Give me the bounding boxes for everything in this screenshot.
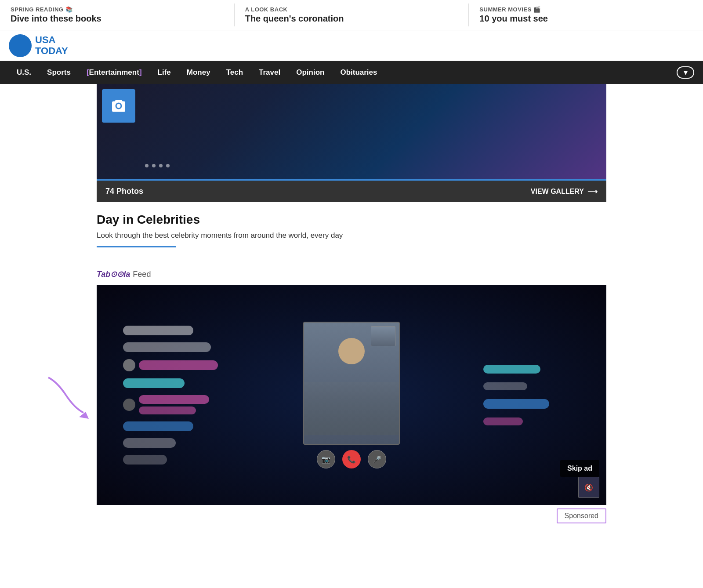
nav-more-button[interactable]: ▾: [677, 66, 694, 79]
bubble: [123, 455, 167, 465]
svg-marker-0: [79, 412, 89, 419]
video-call-main: [303, 322, 400, 445]
bubble: [123, 421, 193, 431]
gallery-image: [97, 84, 606, 181]
taboola-section: Tab⊙⊙la Feed: [97, 256, 606, 531]
nav-item-entertainment[interactable]: [ Entertainment ]: [79, 61, 150, 84]
nav-item-obituaries[interactable]: Obituaries: [332, 61, 385, 84]
mute-icon: 🔇: [584, 483, 593, 492]
article-underline: [97, 246, 176, 247]
promo-bar: SPRING READING 📚 Dive into these books A…: [0, 0, 703, 30]
navigation: U.S. Sports [ Entertainment ] Life Money…: [0, 61, 703, 84]
mute-button[interactable]: 🔇: [578, 477, 599, 498]
call-controls: 📷 📞 🎤: [303, 450, 400, 468]
promo-label-queen: A LOOK BACK: [245, 6, 458, 13]
article-section: Day in Celebrities Look through the best…: [97, 202, 606, 256]
end-call-button[interactable]: 📞: [342, 450, 361, 468]
logo[interactable]: USA TODAY: [9, 34, 68, 57]
camera-icon: [111, 98, 127, 114]
promo-title-movies: 10 you must see: [479, 14, 692, 24]
bubble: [139, 395, 209, 404]
view-gallery-button[interactable]: VIEW GALLERY ⟶: [531, 187, 598, 196]
gallery-dot: [166, 164, 170, 167]
nav-item-sports[interactable]: Sports: [39, 61, 79, 84]
nav-item-money[interactable]: Money: [179, 61, 218, 84]
bubble: [483, 399, 549, 409]
logo-text: USA TODAY: [35, 35, 68, 56]
skip-ad-button[interactable]: Skip ad: [560, 460, 599, 477]
nav-item-us[interactable]: U.S.: [9, 61, 39, 84]
video-ad-wrapper: 📷 📞 🎤 Skip ad 🔇: [97, 285, 606, 527]
video-call-frame: 📷 📞 🎤: [303, 322, 400, 468]
mute-control-button[interactable]: 🎤: [368, 450, 386, 468]
arrow-annotation: [40, 373, 97, 423]
promo-title-spring: Dive into these books: [11, 14, 224, 24]
bubble: [123, 342, 211, 352]
nav-item-tech[interactable]: Tech: [218, 61, 251, 84]
logo-circle: [9, 34, 32, 57]
nav-item-travel[interactable]: Travel: [251, 61, 288, 84]
bubble: [139, 407, 196, 414]
bubble: [123, 378, 185, 388]
chat-bubbles-left: [123, 285, 237, 505]
site-header: USA TODAY: [0, 30, 703, 61]
taboola-feed-label: Feed: [133, 270, 151, 279]
nav-item-opinion[interactable]: Opinion: [288, 61, 332, 84]
promo-label-movies: SUMMER MOVIES 🎬: [479, 6, 692, 13]
article-description: Look through the best celebrity moments …: [97, 231, 606, 240]
person-head: [338, 338, 365, 364]
gallery-blue-line: [97, 179, 606, 181]
sponsored-badge: Sponsored: [557, 508, 606, 523]
bubble: [483, 417, 523, 425]
photo-count: 74 Photos: [105, 187, 143, 196]
bubble: [123, 326, 193, 335]
bubble: [483, 365, 540, 374]
nav-item-life[interactable]: Life: [150, 61, 179, 84]
promo-item-movies[interactable]: SUMMER MOVIES 🎬 10 you must see: [469, 4, 703, 26]
gallery-dot: [159, 164, 163, 167]
gallery-camera-overlay: [102, 89, 135, 123]
annotation-arrow-svg: [40, 373, 97, 421]
article-title: Day in Celebrities: [97, 213, 606, 227]
bubble: [139, 360, 218, 370]
gallery-bar: 74 Photos VIEW GALLERY ⟶: [97, 181, 606, 202]
gallery-section: 74 Photos VIEW GALLERY ⟶: [97, 84, 606, 202]
taboola-logo: Tab⊙⊙la: [97, 269, 130, 279]
promo-label-spring: SPRING READING 📚: [11, 6, 224, 13]
video-bottom-bar: Sponsored: [97, 505, 606, 527]
camera-control-button[interactable]: 📷: [317, 450, 335, 468]
promo-item-spring[interactable]: SPRING READING 📚 Dive into these books: [0, 4, 235, 26]
promo-item-queen[interactable]: A LOOK BACK The queen's coronation: [235, 4, 469, 26]
promo-title-queen: The queen's coronation: [245, 14, 458, 24]
gallery-dot: [152, 164, 156, 167]
bubble: [483, 382, 527, 390]
gallery-dot: [145, 164, 149, 167]
video-ad-image: 📷 📞 🎤 Skip ad 🔇: [97, 285, 606, 505]
taboola-header: Tab⊙⊙la Feed: [97, 269, 606, 279]
bubble: [123, 438, 176, 448]
arrow-icon: ⟶: [587, 187, 598, 196]
